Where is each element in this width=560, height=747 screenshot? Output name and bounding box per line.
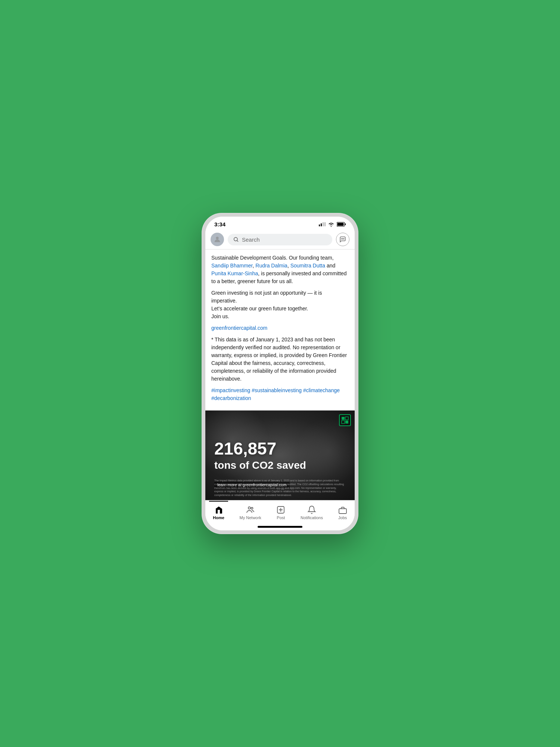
post-disclaimer: * This data is as of January 1, 2023 and… bbox=[211, 336, 349, 383]
svg-point-5 bbox=[341, 239, 342, 239]
svg-point-7 bbox=[343, 239, 344, 239]
svg-point-16 bbox=[251, 508, 253, 509]
svg-point-15 bbox=[248, 507, 251, 509]
time-display: 3:34 bbox=[214, 221, 225, 227]
svg-rect-1 bbox=[345, 223, 346, 225]
post-card: Sustainable Development Goals. Our found… bbox=[205, 249, 355, 500]
svg-rect-2 bbox=[337, 223, 344, 226]
battery-icon bbox=[337, 222, 346, 227]
svg-rect-20 bbox=[339, 509, 346, 514]
nav-my-network[interactable]: My Network bbox=[236, 504, 265, 521]
search-input[interactable]: Search bbox=[228, 234, 332, 245]
user-avatar[interactable] bbox=[211, 233, 224, 246]
wifi-icon bbox=[328, 222, 335, 227]
messages-button[interactable] bbox=[336, 233, 349, 246]
svg-rect-8 bbox=[342, 417, 345, 420]
link-soumitra[interactable]: Soumitra Dutta bbox=[290, 263, 325, 269]
notifications-label: Notifications bbox=[301, 515, 323, 520]
svg-rect-14 bbox=[218, 510, 220, 514]
nav-home[interactable]: Home bbox=[209, 504, 228, 521]
bottom-navigation: Home My Network Post bbox=[205, 500, 355, 523]
search-placeholder: Search bbox=[242, 236, 260, 243]
post-hashtags: #impactinvesting #sustainableinvesting #… bbox=[211, 387, 349, 402]
search-icon bbox=[233, 236, 239, 242]
svg-point-6 bbox=[342, 239, 343, 239]
stat-label: tons of CO2 saved bbox=[214, 459, 346, 471]
svg-point-4 bbox=[234, 238, 237, 241]
feed-scroll[interactable]: Sustainable Development Goals. Our found… bbox=[205, 249, 355, 500]
phone-screen: 3:34 bbox=[205, 217, 355, 530]
image-disclaimer: The Impact Metrics data provided above i… bbox=[214, 479, 346, 497]
post-text: Sustainable Development Goals. Our found… bbox=[205, 249, 355, 410]
status-bar: 3:34 bbox=[205, 217, 355, 230]
stat-number: 216,857 bbox=[214, 439, 346, 458]
nav-jobs[interactable]: Jobs bbox=[335, 504, 351, 521]
home-indicator bbox=[205, 523, 355, 530]
home-label: Home bbox=[213, 515, 224, 520]
notifications-icon bbox=[307, 505, 316, 514]
jobs-icon bbox=[338, 505, 347, 514]
post-label: Post bbox=[277, 515, 285, 520]
status-icons bbox=[319, 222, 346, 227]
svg-rect-9 bbox=[345, 417, 348, 420]
home-icon bbox=[214, 505, 223, 514]
home-bar bbox=[258, 526, 302, 528]
jobs-label: Jobs bbox=[338, 515, 347, 520]
svg-point-3 bbox=[216, 237, 218, 239]
nav-notifications[interactable]: Notifications bbox=[297, 504, 327, 521]
link-rudra[interactable]: Rudra Dalmia bbox=[255, 263, 287, 269]
signal-icon bbox=[319, 222, 326, 226]
nav-post[interactable]: Post bbox=[273, 504, 289, 521]
message-icon bbox=[339, 236, 346, 243]
post-paragraph-2: Green investing is not just an opportuni… bbox=[211, 289, 349, 320]
search-area: Search bbox=[205, 230, 355, 249]
my-network-label: My Network bbox=[240, 515, 261, 520]
phone-frame: 3:34 bbox=[202, 213, 358, 534]
link-punita[interactable]: Punita Kumar-Sinha bbox=[211, 270, 258, 276]
post-paragraph-1: Sustainable Development Goals. Our found… bbox=[211, 254, 349, 285]
post-image[interactable]: 216,857 tons of CO2 saved learn more at … bbox=[205, 410, 355, 500]
notch bbox=[256, 217, 304, 227]
link-sandiip[interactable]: Sandiip Bhammer bbox=[211, 263, 253, 269]
my-network-icon bbox=[246, 505, 255, 514]
post-icon bbox=[276, 505, 285, 514]
post-website-link[interactable]: greenfrontiercapital.com bbox=[211, 324, 349, 332]
